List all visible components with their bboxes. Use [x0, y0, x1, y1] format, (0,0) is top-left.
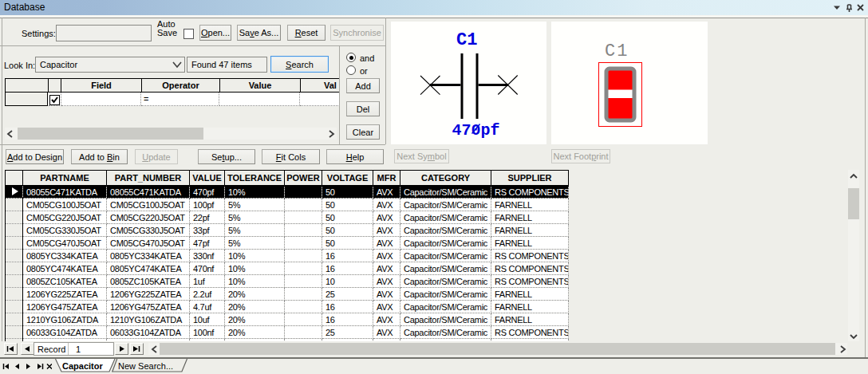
- svg-text:470pf: 470pf: [452, 121, 500, 140]
- svg-text:C1: C1: [456, 30, 477, 50]
- svg-text:C1: C1: [605, 41, 629, 61]
